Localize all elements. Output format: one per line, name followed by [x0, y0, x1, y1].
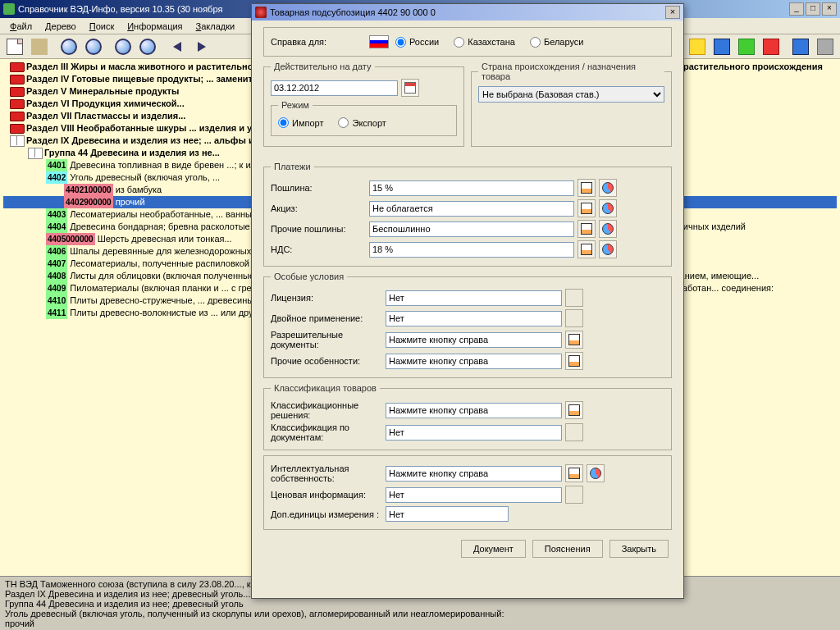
- book-icon: [10, 98, 25, 109]
- menu-item[interactable]: Информация: [121, 20, 189, 33]
- price-field[interactable]: [386, 487, 562, 503]
- book-icon: [10, 135, 25, 146]
- tree-label: Группа 44 Древесина и изделия из не...: [44, 147, 220, 159]
- menu-item[interactable]: Закладки: [189, 20, 242, 33]
- menu-item[interactable]: Дерево: [39, 20, 83, 33]
- tb-findcode[interactable]: [82, 36, 105, 57]
- status-line: прочий: [5, 619, 835, 628]
- payments-group: Платежи Пошлина: Акциз: Прочие пошлины: …: [263, 162, 672, 267]
- book-icon: [10, 61, 25, 72]
- ref-for-label: Справка для:: [271, 37, 369, 47]
- license-field[interactable]: [386, 290, 562, 306]
- dual-button[interactable]: [565, 309, 583, 327]
- tb-r1[interactable]: [760, 36, 783, 57]
- vat-pie-button[interactable]: [599, 240, 617, 258]
- menu-item[interactable]: Поиск: [83, 20, 121, 33]
- document-button[interactable]: Документ: [461, 540, 526, 558]
- date-input[interactable]: [271, 80, 398, 96]
- origin-select[interactable]: Не выбрана (Базовая став.): [478, 86, 664, 103]
- tree-label: Раздел IV Готовые пищевые продукты; ... …: [26, 73, 269, 85]
- book-icon: [10, 73, 25, 84]
- other-special-button[interactable]: [565, 352, 583, 370]
- mode-group: Режим Импорт Экспорт: [271, 100, 457, 136]
- code-tag: 4408: [46, 270, 67, 282]
- excise-info-button[interactable]: [578, 199, 596, 217]
- tb-g1[interactable]: [735, 36, 758, 57]
- extra-group: Интеллектуальная собственность: Ценовая …: [263, 455, 672, 530]
- maximize-button[interactable]: □: [806, 2, 820, 16]
- menu-item[interactable]: Файл: [3, 20, 39, 33]
- tb-zoom2[interactable]: [136, 36, 159, 57]
- classification-group: Классификация товаров Классификационные …: [263, 383, 672, 450]
- close-button[interactable]: ×: [822, 2, 837, 16]
- tree-label: Уголь древесный (включая уголь, ...: [70, 171, 220, 184]
- radio-export[interactable]: Экспорт: [338, 117, 386, 128]
- tb-zoom1[interactable]: [112, 36, 135, 57]
- book-icon: [10, 85, 25, 97]
- excise-pie-button[interactable]: [599, 199, 617, 217]
- radio-kazakhstan[interactable]: Казахстана: [454, 37, 515, 48]
- tree-label: Шпалы деревянные для железнодорожных...: [70, 245, 258, 258]
- other-special-field[interactable]: [386, 354, 562, 369]
- price-button[interactable]: [565, 486, 583, 504]
- radio-russia[interactable]: России: [395, 37, 439, 48]
- explain-button[interactable]: Пояснения: [532, 540, 603, 558]
- dialog-buttons: Документ Пояснения Закрыть: [263, 535, 672, 563]
- tb-find[interactable]: [57, 36, 80, 57]
- tb-prev[interactable]: [166, 36, 189, 57]
- origin-group: Страна происхождения / назначения товара…: [471, 62, 672, 147]
- tb-y2[interactable]: [686, 36, 709, 57]
- vat-info-button[interactable]: [578, 240, 596, 258]
- tree-label: Раздел V Минеральные продукты: [26, 85, 179, 98]
- tb-gray[interactable]: [814, 36, 837, 57]
- dialog-close-button[interactable]: ×: [665, 6, 680, 19]
- duty-info-button[interactable]: [578, 179, 596, 197]
- book-icon: [10, 122, 25, 134]
- code-tag: 4405000000: [46, 233, 95, 245]
- minimize-button[interactable]: _: [789, 2, 804, 16]
- tree-label: Раздел VII Пластмассы и изделия...: [26, 110, 185, 122]
- docs-field[interactable]: [386, 332, 562, 348]
- lic-button[interactable]: [565, 289, 583, 307]
- class-doc-button[interactable]: [565, 423, 583, 441]
- radio-belarus[interactable]: Беларуси: [530, 37, 584, 48]
- other-duty-field[interactable]: [369, 221, 574, 237]
- units-field[interactable]: [386, 506, 509, 522]
- special-group: Особые условия Лицензия: Двойное примене…: [263, 272, 672, 378]
- code-tag: 4402100000: [64, 184, 113, 196]
- tb-new[interactable]: [3, 36, 26, 57]
- class-doc-field[interactable]: [386, 425, 562, 441]
- tree-label: Раздел VI Продукция химической...: [26, 98, 185, 110]
- tb-tree[interactable]: [28, 36, 51, 57]
- status-line: Группа 44 Древесина и изделия из нее; др…: [5, 599, 835, 609]
- excise-field[interactable]: [369, 201, 574, 217]
- dialog-title: Товарная подсубпозиция 4402 90 000 0: [270, 7, 436, 17]
- dialog-titlebar: Товарная подсубпозиция 4402 90 000 0 ×: [252, 4, 683, 21]
- duty-field[interactable]: [369, 180, 574, 196]
- ref-for-group: Справка для: России Казахстана Беларуси: [263, 27, 672, 57]
- dialog-icon: [255, 7, 267, 18]
- docs-button[interactable]: [565, 331, 583, 349]
- ip-pie-button[interactable]: [587, 464, 605, 482]
- tb-b1[interactable]: [710, 36, 733, 57]
- code-tag: 4411: [46, 307, 67, 319]
- calendar-button[interactable]: [401, 79, 419, 97]
- close-dialog-button[interactable]: Закрыть: [609, 540, 669, 558]
- ip-button[interactable]: [565, 464, 583, 482]
- ip-field[interactable]: [386, 466, 562, 482]
- tb-next[interactable]: [190, 36, 213, 57]
- tree-label: прочий: [116, 196, 145, 208]
- dual-field[interactable]: [386, 311, 562, 326]
- tb-save[interactable]: [789, 36, 812, 57]
- class-dec-field[interactable]: [386, 403, 562, 418]
- app-icon: [3, 3, 15, 15]
- vat-field[interactable]: [369, 242, 574, 258]
- code-tag: 4406: [46, 245, 67, 258]
- other-info-button[interactable]: [578, 220, 596, 238]
- duty-pie-button[interactable]: [599, 179, 617, 197]
- other-pie-button[interactable]: [599, 220, 617, 238]
- code-tag: 4410: [46, 294, 67, 307]
- code-tag: 4402900000: [64, 196, 113, 208]
- radio-import[interactable]: Импорт: [278, 117, 323, 128]
- class-dec-button[interactable]: [565, 401, 583, 419]
